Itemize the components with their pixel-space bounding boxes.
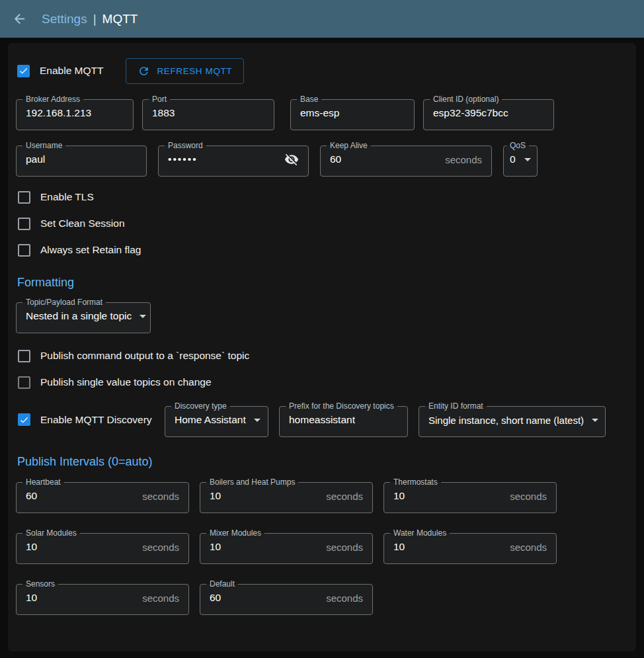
checkbox-label: Enable MQTT Discovery: [40, 414, 152, 426]
field-label: Client ID (optional): [430, 95, 502, 103]
interval-boilers-field[interactable]: Boilers and Heat Pumps 10seconds: [200, 478, 373, 513]
checkbox-unchecked-icon: [18, 350, 30, 362]
field-suffix: seconds: [326, 542, 363, 553]
app-header: Settings | MQTT: [0, 0, 644, 38]
field-suffix: seconds: [510, 491, 547, 502]
interval-thermostats-field[interactable]: Thermostats 10seconds: [383, 478, 557, 513]
interval-sensors-field[interactable]: Sensors 10seconds: [16, 580, 189, 615]
field-value[interactable]: ems-esp: [300, 107, 339, 119]
checkbox-unchecked-icon: [18, 376, 30, 389]
field-label: Keep Alive: [327, 142, 371, 149]
field-value[interactable]: 1883: [152, 107, 175, 119]
refresh-button-label: REFRESH MQTT: [157, 66, 232, 76]
checkbox-label: Enable TLS: [40, 191, 94, 203]
field-value[interactable]: 10: [210, 490, 221, 502]
select-value: Home Assistant: [175, 414, 246, 426]
refresh-mqtt-button[interactable]: REFRESH MQTT: [126, 58, 244, 84]
entity-id-format-select[interactable]: Entity ID format Single instance, short …: [419, 402, 606, 437]
field-label: Solar Modules: [22, 529, 80, 537]
field-label: Base: [297, 95, 321, 103]
checkbox-checked-icon: [17, 65, 30, 77]
field-label: Entity ID format: [425, 402, 487, 410]
interval-solar-field[interactable]: Solar Modules 10seconds: [16, 529, 189, 564]
field-value[interactable]: homeassistant: [289, 414, 355, 426]
refresh-icon: [138, 65, 150, 77]
base-field[interactable]: Base ems-esp: [290, 95, 415, 130]
field-suffix: seconds: [142, 593, 179, 604]
password-value[interactable]: ••••••: [168, 153, 198, 165]
checkbox-unchecked-icon: [18, 191, 30, 204]
formatting-heading: Formatting: [17, 276, 628, 290]
topic-payload-format-select[interactable]: Topic/Payload Format Nested in a single …: [16, 298, 151, 333]
topic-format-row: Topic/Payload Format Nested in a single …: [16, 298, 628, 333]
field-value[interactable]: 10: [210, 541, 221, 553]
discovery-prefix-field[interactable]: Prefix for the Discovery topics homeassi…: [279, 402, 408, 437]
qos-select[interactable]: QoS 0: [503, 142, 538, 177]
field-label: Username: [22, 142, 65, 149]
interval-default-field[interactable]: Default 60seconds: [200, 580, 373, 615]
field-label: Password: [165, 142, 206, 149]
field-label: Discovery type: [171, 402, 230, 410]
interval-water-field[interactable]: Water Modules 10seconds: [383, 529, 557, 564]
field-label: Port: [149, 95, 170, 103]
dropdown-arrow-icon: [140, 315, 146, 318]
checkbox-unchecked-icon: [18, 244, 30, 257]
broker-address-field[interactable]: Broker Address 192.168.1.213: [16, 95, 134, 130]
dropdown-arrow-icon: [524, 158, 531, 161]
field-value[interactable]: 10: [393, 541, 405, 553]
dropdown-arrow-icon: [254, 419, 261, 422]
field-value[interactable]: 192.168.1.213: [26, 107, 91, 119]
field-suffix: seconds: [510, 542, 547, 553]
checkbox-clean-session[interactable]: Set Clean Session: [18, 216, 628, 231]
select-value: Single instance, short name (latest): [428, 415, 584, 426]
keep-alive-field[interactable]: Keep Alive 60 seconds: [320, 142, 492, 177]
checkbox-checked-icon: [18, 413, 30, 426]
field-suffix: seconds: [142, 542, 179, 553]
visibility-off-icon[interactable]: [284, 152, 299, 167]
discovery-type-select[interactable]: Discovery type Home Assistant: [165, 402, 268, 437]
checkbox-label: Enable MQTT: [40, 65, 103, 77]
select-value: 0: [510, 153, 516, 165]
checkbox-label: Always set Retain flag: [40, 244, 141, 256]
checkbox-retain-flag[interactable]: Always set Retain flag: [18, 242, 628, 258]
field-suffix: seconds: [445, 154, 482, 165]
credentials-fields-row: Username paul Password •••••• Keep Alive…: [16, 142, 628, 177]
connection-fields-row: Broker Address 192.168.1.213 Port 1883 B…: [16, 95, 628, 130]
publish-intervals-grid: Heartbeat 60seconds Boilers and Heat Pum…: [16, 478, 628, 615]
field-label: QoS: [506, 142, 529, 149]
field-label: Water Modules: [390, 529, 450, 537]
interval-mixer-field[interactable]: Mixer Modules 10seconds: [200, 529, 373, 564]
field-label: Thermostats: [390, 478, 441, 486]
checkbox-enable-discovery[interactable]: Enable MQTT Discovery: [18, 412, 154, 428]
checkbox-publish-response[interactable]: Publish command output to a `response` t…: [18, 348, 628, 364]
field-suffix: seconds: [142, 491, 179, 502]
checkbox-label: Publish command output to a `response` t…: [40, 350, 249, 362]
field-value[interactable]: 60: [210, 592, 221, 604]
tls-session-retain-group: Enable TLS Set Clean Session Always set …: [16, 189, 628, 258]
checkbox-label: Publish single value topics on change: [40, 376, 212, 388]
field-label: Sensors: [22, 580, 58, 588]
username-field[interactable]: Username paul: [16, 142, 147, 177]
field-value[interactable]: 60: [330, 153, 341, 165]
field-value[interactable]: esp32-395c7bcc: [433, 107, 508, 119]
field-value[interactable]: paul: [26, 153, 45, 165]
checkbox-enable-tls[interactable]: Enable TLS: [18, 189, 628, 205]
field-label: Boilers and Heat Pumps: [206, 478, 298, 486]
field-value[interactable]: 10: [26, 541, 37, 553]
client-id-field[interactable]: Client ID (optional) esp32-395c7bcc: [423, 95, 554, 130]
field-value[interactable]: 10: [26, 592, 37, 604]
password-field[interactable]: Password ••••••: [158, 142, 309, 177]
field-value[interactable]: 60: [26, 490, 37, 502]
port-field[interactable]: Port 1883: [142, 95, 274, 130]
checkbox-enable-mqtt[interactable]: Enable MQTT: [17, 63, 103, 79]
select-value: Nested in a single topic: [26, 310, 132, 322]
mqtt-settings-panel: Enable MQTT REFRESH MQTT Broker Address …: [8, 43, 636, 651]
field-value[interactable]: 10: [393, 490, 405, 502]
field-label: Broker Address: [22, 95, 83, 103]
enable-mqtt-row: Enable MQTT REFRESH MQTT: [17, 58, 628, 84]
field-label: Heartbeat: [22, 478, 64, 486]
checkbox-publish-single-value[interactable]: Publish single value topics on change: [18, 374, 628, 390]
interval-heartbeat-field[interactable]: Heartbeat 60seconds: [16, 478, 189, 513]
publish-intervals-heading: Publish Intervals (0=auto): [17, 455, 628, 469]
back-arrow-icon[interactable]: [12, 11, 27, 26]
